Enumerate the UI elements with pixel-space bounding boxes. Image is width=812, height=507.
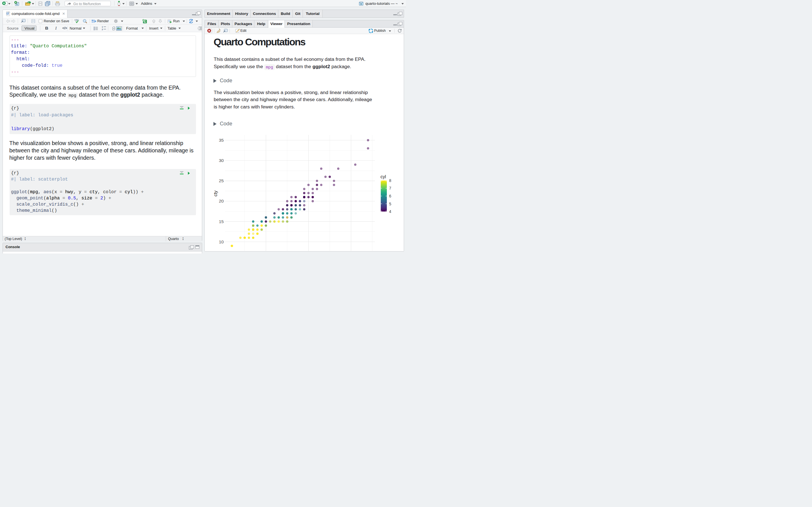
svg-text:20: 20 bbox=[219, 199, 224, 203]
svg-text:10: 10 bbox=[219, 239, 224, 244]
svg-text:R: R bbox=[360, 3, 362, 5]
svg-text:25: 25 bbox=[219, 178, 223, 183]
svg-text:cyl: cyl bbox=[380, 174, 386, 179]
svg-text:8: 8 bbox=[389, 179, 391, 183]
svg-text:1: 1 bbox=[102, 26, 103, 28]
svg-text:30: 30 bbox=[219, 158, 224, 163]
svg-text:6: 6 bbox=[389, 194, 391, 198]
svg-text:ABC: ABC bbox=[74, 18, 79, 21]
svg-text:cty: cty bbox=[213, 190, 218, 196]
svg-text:2: 2 bbox=[102, 28, 103, 30]
svg-text:5: 5 bbox=[389, 202, 391, 206]
svg-text:15: 15 bbox=[219, 219, 223, 224]
svg-text:35: 35 bbox=[219, 138, 223, 143]
svg-text:4: 4 bbox=[389, 210, 391, 214]
svg-text:7: 7 bbox=[389, 186, 391, 190]
